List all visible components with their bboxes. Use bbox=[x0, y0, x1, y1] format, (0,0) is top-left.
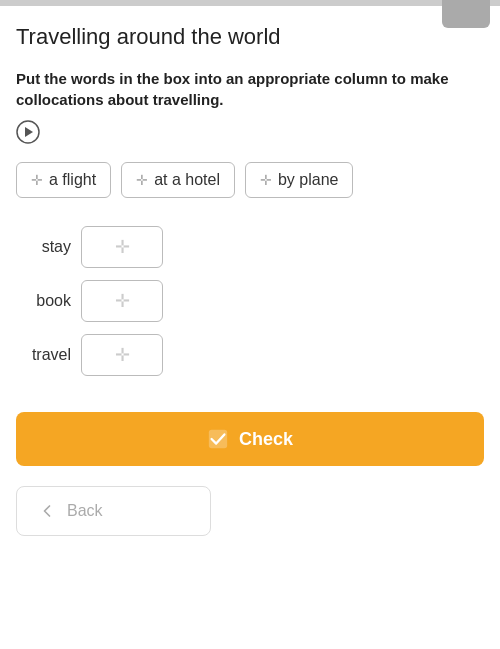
drop-rows-container: stay ✛ book ✛ travel ✛ bbox=[16, 226, 484, 376]
word-boxes-container: ✛ a flight ✛ at a hotel ✛ by plane bbox=[16, 162, 484, 198]
word-box-a-flight[interactable]: ✛ a flight bbox=[16, 162, 111, 198]
back-button-label: Back bbox=[67, 502, 103, 520]
drop-row-book: book ✛ bbox=[16, 280, 484, 322]
word-box-a-flight-label: a flight bbox=[49, 171, 96, 189]
drop-zone-travel[interactable]: ✛ bbox=[81, 334, 163, 376]
row-label-book: book bbox=[16, 292, 71, 310]
check-button[interactable]: Check bbox=[16, 412, 484, 466]
word-box-at-a-hotel-label: at a hotel bbox=[154, 171, 220, 189]
svg-marker-1 bbox=[25, 127, 33, 137]
drag-icon-at-a-hotel: ✛ bbox=[136, 172, 148, 188]
page-title: Travelling around the world bbox=[16, 24, 484, 50]
back-arrow-icon bbox=[37, 501, 57, 521]
drop-row-stay: stay ✛ bbox=[16, 226, 484, 268]
row-label-travel: travel bbox=[16, 346, 71, 364]
top-bar-button[interactable] bbox=[442, 0, 490, 28]
row-label-stay: stay bbox=[16, 238, 71, 256]
drop-indicator-book: ✛ bbox=[115, 290, 130, 312]
word-box-by-plane-label: by plane bbox=[278, 171, 339, 189]
check-button-label: Check bbox=[239, 429, 293, 450]
back-button[interactable]: Back bbox=[16, 486, 211, 536]
audio-button[interactable] bbox=[16, 120, 40, 144]
word-box-by-plane[interactable]: ✛ by plane bbox=[245, 162, 354, 198]
drop-zone-stay[interactable]: ✛ bbox=[81, 226, 163, 268]
drag-icon-by-plane: ✛ bbox=[260, 172, 272, 188]
drop-indicator-travel: ✛ bbox=[115, 344, 130, 366]
drop-zone-book[interactable]: ✛ bbox=[81, 280, 163, 322]
drop-row-travel: travel ✛ bbox=[16, 334, 484, 376]
drag-icon-a-flight: ✛ bbox=[31, 172, 43, 188]
check-icon bbox=[207, 428, 229, 450]
word-box-at-a-hotel[interactable]: ✛ at a hotel bbox=[121, 162, 235, 198]
drop-indicator-stay: ✛ bbox=[115, 236, 130, 258]
instruction-text: Put the words in the box into an appropr… bbox=[16, 68, 484, 110]
